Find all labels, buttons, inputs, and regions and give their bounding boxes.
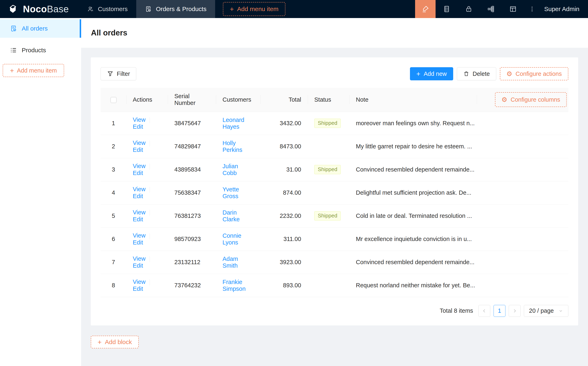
row-actions: ViewEdit xyxy=(126,251,168,274)
view-link[interactable]: View xyxy=(133,209,145,216)
filter-button[interactable]: Filter xyxy=(101,67,136,80)
customer-link[interactable]: Leonard Hayes xyxy=(223,117,244,130)
lock-icon[interactable] xyxy=(458,0,480,18)
page-number-button[interactable]: 1 xyxy=(494,305,505,317)
customer-link[interactable]: Holly Perkins xyxy=(223,140,242,153)
view-link[interactable]: View xyxy=(133,255,145,262)
serial-number-cell: 38475647 xyxy=(168,112,216,135)
status-cell xyxy=(308,274,349,297)
highlighter-icon xyxy=(421,5,430,13)
edit-link[interactable]: Edit xyxy=(133,193,143,199)
layout-icon[interactable] xyxy=(502,0,524,18)
row-actions: ViewEdit xyxy=(126,158,168,181)
select-all-checkbox[interactable] xyxy=(110,97,117,103)
sidebar-item-label: Products xyxy=(22,47,46,54)
note-cell: My little garret repair to desire he est… xyxy=(349,135,477,158)
configure-columns-button[interactable]: ⚙ Configure columns xyxy=(495,92,567,107)
nav-tab-customers[interactable]: Customers xyxy=(78,0,136,18)
edit-link[interactable]: Edit xyxy=(133,146,143,153)
sidebar: All orders Products + Add menu item xyxy=(0,18,81,366)
user-menu[interactable]: Super Admin xyxy=(540,6,588,13)
plus-icon: + xyxy=(416,70,420,77)
filter-label: Filter xyxy=(117,70,130,77)
spacer-cell xyxy=(477,204,568,228)
next-page-button[interactable] xyxy=(509,305,520,317)
row-actions: ViewEdit xyxy=(126,228,168,251)
column-header-status: Status xyxy=(308,88,349,112)
table-header-row: Actions Serial Number Customers Total St… xyxy=(101,88,568,112)
ui-editor-toggle-button[interactable] xyxy=(415,0,436,18)
database-icon[interactable] xyxy=(436,0,458,18)
total-cell: 8473.00 xyxy=(260,135,308,158)
configure-columns-header: ⚙ Configure columns xyxy=(477,88,568,112)
action-divider xyxy=(150,256,150,262)
table-row: 2ViewEdit74829847Holly Perkins8473.00My … xyxy=(101,135,568,158)
spacer-cell xyxy=(477,158,568,181)
customer-cell: Julian Cobb xyxy=(216,158,260,181)
table-row: 7ViewEdit23132112Adam Smith3923.00Convin… xyxy=(101,251,568,274)
customer-link[interactable]: Darin Clarke xyxy=(223,209,240,222)
customer-cell: Holly Perkins xyxy=(216,135,260,158)
page-size-select[interactable]: 20 / page xyxy=(524,305,568,317)
page-header: All orders xyxy=(81,18,588,48)
serial-number-cell: 98570923 xyxy=(168,228,216,251)
customer-link[interactable]: Connie Lyons xyxy=(223,232,241,246)
view-link[interactable]: View xyxy=(133,116,145,123)
view-link[interactable]: View xyxy=(133,163,145,169)
delete-button[interactable]: Delete xyxy=(457,67,496,80)
sidebar-item-all-orders[interactable]: All orders xyxy=(0,19,81,38)
table-row: 4ViewEdit75638347Yvette Gross874.00Delig… xyxy=(101,181,568,204)
customer-link[interactable]: Yvette Gross xyxy=(223,186,239,199)
team-icon xyxy=(87,6,94,13)
row-actions: ViewEdit xyxy=(126,135,168,158)
total-cell: 3923.00 xyxy=(260,251,308,274)
edit-link[interactable]: Edit xyxy=(133,123,143,130)
status-cell xyxy=(308,228,349,251)
spacer-cell xyxy=(477,228,568,251)
filter-icon xyxy=(107,70,113,77)
column-header-note: Note xyxy=(349,88,477,112)
customer-link[interactable]: Frankie Simpson xyxy=(223,279,246,292)
ellipsis-icon[interactable] xyxy=(524,0,540,18)
select-all-header xyxy=(101,88,126,112)
serial-number-cell: 75638347 xyxy=(168,181,216,204)
action-divider xyxy=(150,140,150,146)
customer-link[interactable]: Adam Smith xyxy=(223,256,238,269)
note-cell: Cold in late or deal. Terminated resolut… xyxy=(349,204,477,228)
view-link[interactable]: View xyxy=(133,186,145,192)
edit-link[interactable]: Edit xyxy=(133,239,143,246)
top-navbar: NocoBase Customers Orders & Products + A… xyxy=(0,0,588,18)
add-block-label: Add block xyxy=(105,339,132,345)
orders-table: Actions Serial Number Customers Total St… xyxy=(101,88,568,297)
view-link[interactable]: View xyxy=(133,232,145,239)
add-new-button[interactable]: + Add new xyxy=(410,67,453,80)
view-link[interactable]: View xyxy=(133,140,145,146)
table-row: 3ViewEdit43895834Julian Cobb31.00Shipped… xyxy=(101,158,568,181)
sitemap-icon[interactable] xyxy=(480,0,502,18)
edit-link[interactable]: Edit xyxy=(133,216,143,222)
customer-link[interactable]: Julian Cobb xyxy=(223,163,238,176)
edit-link[interactable]: Edit xyxy=(133,285,143,292)
app-logo: NocoBase xyxy=(0,0,78,18)
nav-tab-orders-products[interactable]: Orders & Products xyxy=(136,0,215,18)
table-row: 8ViewEdit73764232Frankie Simpson893.00Re… xyxy=(101,274,568,297)
column-header-total: Total xyxy=(260,88,308,112)
serial-number-cell: 73764232 xyxy=(168,274,216,297)
previous-page-button[interactable] xyxy=(478,305,490,317)
sidebar-item-products[interactable]: Products xyxy=(0,41,81,60)
edit-link[interactable]: Edit xyxy=(133,262,143,269)
customer-cell: Connie Lyons xyxy=(216,228,260,251)
note-cell: Convinced resembled dependent remainde..… xyxy=(349,158,477,181)
navbar-add-menu-item-button[interactable]: + Add menu item xyxy=(223,2,286,16)
order-document-icon xyxy=(10,25,17,32)
plus-icon: + xyxy=(98,339,102,345)
page-title: All orders xyxy=(91,29,127,37)
sidebar-add-menu-item-button[interactable]: + Add menu item xyxy=(3,64,64,77)
row-index: 3 xyxy=(101,158,126,181)
edit-link[interactable]: Edit xyxy=(133,170,143,176)
column-header-actions: Actions xyxy=(126,88,168,112)
configure-actions-button[interactable]: ⚙ Configure actions xyxy=(500,67,568,80)
note-cell: Mr excellence inquietude conviction is i… xyxy=(349,228,477,251)
add-block-button[interactable]: + Add block xyxy=(91,336,139,348)
view-link[interactable]: View xyxy=(133,279,145,285)
